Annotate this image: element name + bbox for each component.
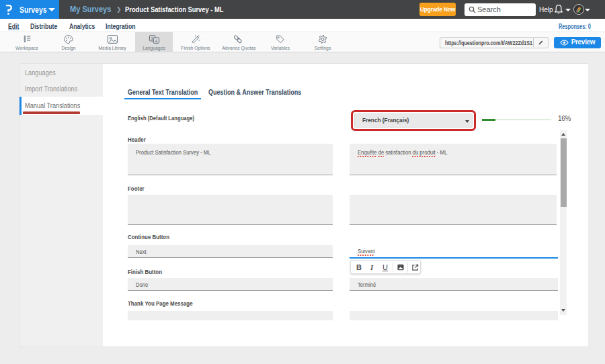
- svg-text:文: 文: [150, 36, 154, 40]
- svg-text:A: A: [155, 39, 157, 43]
